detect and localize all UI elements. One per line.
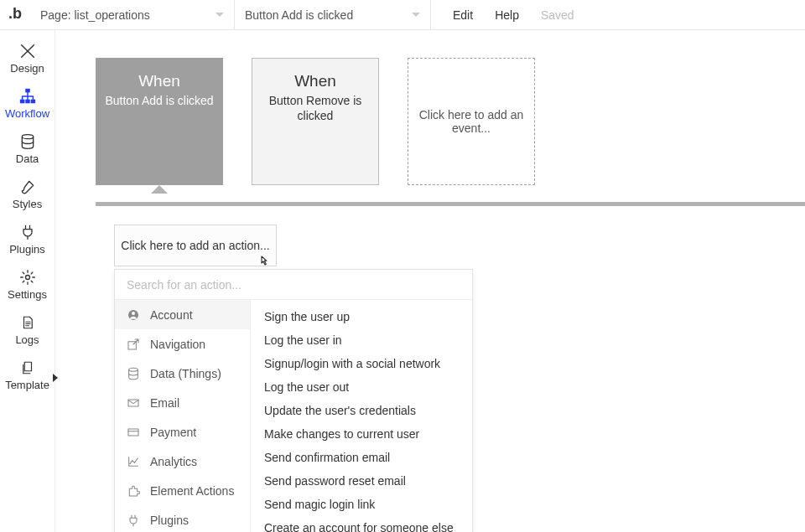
database-icon [127,367,140,380]
action-item[interactable]: Send confirmation email [251,446,472,469]
top-links: Edit Help Saved [431,8,574,22]
event-when-label: When [294,72,336,90]
nav-logs[interactable]: Logs [0,306,55,351]
svg-point-5 [25,276,29,280]
page-selector-label: Page: list_operations [40,8,216,22]
category-analytics[interactable]: Analytics [115,447,250,476]
action-item[interactable]: Log the user in [251,328,472,352]
add-event-card[interactable]: Click here to add an event... [408,58,535,185]
panel-expand-icon[interactable] [53,374,58,382]
event-description: Button Remove is clicked [252,94,378,123]
nav-workflow[interactable]: Workflow [0,80,55,125]
action-item[interactable]: Make changes to current user [251,422,472,446]
add-action-button[interactable]: Click here to add an action... [114,225,277,266]
action-item[interactable]: Update the user's credentials [251,399,472,422]
chevron-down-icon [412,13,420,17]
action-item[interactable]: Send magic login link [251,493,472,516]
category-element-actions[interactable]: Element Actions [115,476,250,505]
selected-pointer-icon [151,185,168,194]
category-account[interactable]: Account [115,300,250,329]
nav-plugins[interactable]: Plugins [0,215,55,261]
nav-template[interactable]: Template [0,351,55,396]
doc-lines-icon [18,313,38,332]
category-label: Account [150,308,193,322]
nav-design[interactable]: Design [0,30,55,80]
svg-rect-12 [128,429,138,436]
paintbrush-icon [18,178,38,196]
svg-point-4 [22,135,33,139]
category-label: Payment [150,426,196,439]
user-circle-icon [127,308,140,322]
category-label: Data (Things) [150,367,221,380]
page-selector[interactable]: Page: list_operations [30,0,235,30]
edit-link[interactable]: Edit [453,8,473,22]
app-logo[interactable]: .b [0,5,30,24]
action-list: Sign the user up Log the user in Signup/… [251,300,472,532]
category-plugins[interactable]: Plugins [115,505,250,532]
nav-styles[interactable]: Styles [0,170,55,215]
org-chart-icon [18,87,38,106]
help-link[interactable]: Help [495,8,519,22]
action-item[interactable]: Send password reset email [251,469,472,493]
category-email[interactable]: Email [115,388,250,417]
event-selector-label: Button Add is clicked [245,8,412,22]
mail-icon [127,396,140,410]
nav-label: Logs [15,333,39,346]
events-row: When Button Add is clicked When Button R… [55,30,805,185]
add-event-label: Click here to add an event... [417,108,526,135]
share-arrow-icon [127,338,140,351]
category-label: Navigation [150,338,205,351]
category-label: Email [150,396,179,410]
nav-label: Plugins [9,243,45,256]
saved-status: Saved [541,8,574,22]
category-label: Element Actions [150,484,234,498]
event-when-label: When [138,72,180,90]
event-card[interactable]: When Button Remove is clicked [252,58,379,185]
nav-data[interactable]: Data [0,125,55,170]
chart-up-icon [127,455,140,468]
nav-label: Design [10,62,44,75]
nav-label: Workflow [5,107,49,120]
svg-rect-6 [24,362,31,371]
action-item[interactable]: Signup/login with a social network [251,352,472,375]
database-icon [18,132,38,151]
category-payment[interactable]: Payment [115,417,250,447]
left-nav: Design Workflow Data [0,30,55,532]
chevron-down-icon [216,13,224,17]
picker-body: Account Navigation Data (Things) [115,300,472,532]
nav-label: Template [5,379,49,391]
event-selector[interactable]: Button Add is clicked [235,0,431,30]
nav-settings[interactable]: Settings [0,261,55,306]
action-item[interactable]: Sign the user up [251,305,472,328]
category-label: Plugins [150,514,189,527]
add-action-label: Click here to add an action... [121,239,269,252]
gear-icon [18,268,38,287]
plug-icon [18,223,38,241]
credit-card-icon [127,426,140,439]
action-item[interactable]: Log the user out [251,375,472,399]
category-navigation[interactable]: Navigation [115,329,250,359]
event-description: Button Add is clicked [96,94,221,109]
svg-rect-11 [128,400,138,406]
pencil-cross-icon [18,42,38,60]
action-item[interactable]: Create an account for someone else [251,516,472,532]
nav-label: Data [16,152,39,165]
puzzle-icon [127,484,140,498]
action-search-input[interactable] [115,270,472,300]
event-card[interactable]: When Button Add is clicked [96,58,223,185]
plug-icon [127,514,140,527]
action-categories: Account Navigation Data (Things) [115,300,251,532]
workflow-canvas: When Button Add is clicked When Button R… [55,30,805,532]
nav-label: Styles [13,198,42,210]
nav-label: Settings [8,288,47,301]
svg-point-8 [132,312,135,315]
top-bar: .b Page: list_operations Button Add is c… [0,0,805,30]
category-data[interactable]: Data (Things) [115,359,250,388]
svg-point-10 [129,368,138,371]
doc-stack-icon [18,359,38,377]
category-label: Analytics [150,455,197,468]
event-actions-divider [96,202,805,206]
action-picker: Account Navigation Data (Things) [114,269,473,532]
